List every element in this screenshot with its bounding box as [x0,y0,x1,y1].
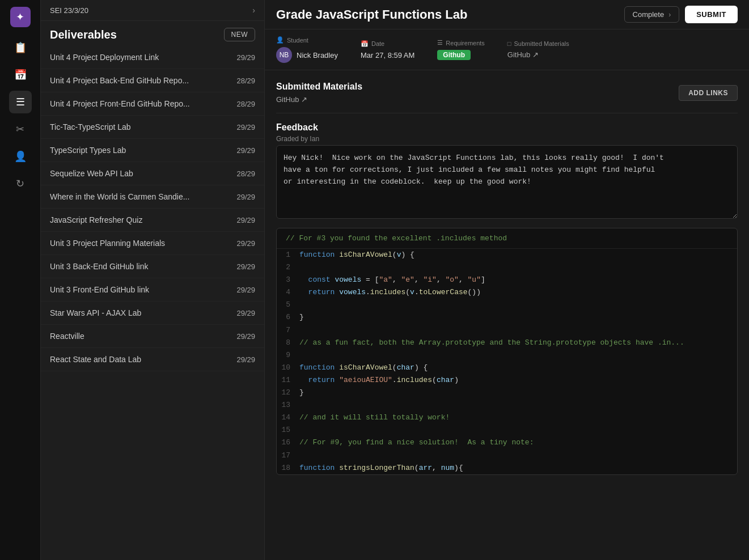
app-logo[interactable]: ✦ [10,7,31,27]
code-line: 13 [277,399,737,411]
complete-button[interactable]: Complete › [624,6,680,23]
code-line: 9 [277,349,737,362]
chevron-right-icon: › [668,11,671,19]
list-item[interactable]: Unit 3 Project Planning Materials 29/29 [41,232,264,255]
graded-by: Graded by Ian [276,135,738,143]
deliverable-name: JavaScript Refresher Quiz [50,215,236,224]
calendar-nav-icon[interactable]: 📅 [9,63,32,86]
code-line: 3 const vowels = ["a", "e", "i", "o", "u… [277,274,737,286]
code-line: 7 [277,324,737,337]
calendar-icon: 📅 [361,40,369,48]
code-line: 17 [277,449,737,462]
student-name: Nick Bradley [297,51,338,60]
deliverable-score: 29/29 [236,286,255,294]
submitted-github-link[interactable]: GitHub ↗ [276,95,362,104]
submitted-materials-col: □ Submitted Materials GitHub ↗ [507,40,569,59]
topbar: Grade JavaScript Functions Lab Complete … [265,0,749,29]
clipboard-nav-icon[interactable]: 📋 [9,36,32,59]
list-item[interactable]: Unit 4 Project Front-End GitHub Repo... … [41,92,264,116]
list-icon: ☰ [437,39,443,46]
date-label: 📅 Date [361,40,414,48]
deliverable-score: 29/29 [236,216,255,224]
chevron-right-icon: › [252,6,255,15]
list-item[interactable]: Unit 4 Project Deployment Link 29/29 [41,46,264,69]
list-item[interactable]: JavaScript Refresher Quiz 29/29 [41,209,264,232]
date-col: 📅 Date Mar 27, 8:59 AM [361,40,414,60]
student-info-row: 👤 Student NB Nick Bradley 📅 Date Mar 27,… [265,29,749,70]
course-label: SEI 23/3/20 [50,6,88,15]
tools-nav-icon[interactable]: ✂ [9,118,32,141]
list-item[interactable]: Unit 4 Project Back-End GitHub Repo... 2… [41,69,264,92]
deliverable-name: Unit 3 Project Planning Materials [50,239,236,248]
box-icon: □ [507,40,511,47]
deliverable-name: Star Wars API - AJAX Lab [50,308,236,317]
list-item[interactable]: Tic-Tac-TypeScript Lab 29/29 [41,116,264,139]
deliverable-name: Unit 3 Back-End GitHub link [50,262,236,271]
list-item[interactable]: Star Wars API - AJAX Lab 29/29 [41,302,264,325]
list-item[interactable]: TypeScript Types Lab 29/29 [41,139,264,162]
code-line: 6 } [277,311,737,324]
code-line: 12 } [277,387,737,399]
deliverable-score: 29/29 [236,239,255,248]
deliverable-name: TypeScript Types Lab [50,146,236,155]
code-line: 8 // as a fun fact, both the Array.proto… [277,337,737,349]
complete-label: Complete [633,10,665,19]
add-links-button[interactable]: ADD LINKS [679,85,738,101]
student-label: 👤 Student [276,36,338,44]
divider [276,113,738,113]
requirements-col: ☰ Requirements Github [437,39,484,60]
deliverable-name: Unit 4 Project Deployment Link [50,53,236,62]
refresh-nav-icon[interactable]: ↻ [9,172,32,195]
code-line: 15 [277,424,737,436]
deliverables-sidebar: SEI 23/3/20 › Deliverables NEW Unit 4 Pr… [41,0,265,560]
code-block: // For #3 you found the excellent .inclu… [276,228,738,475]
submit-button[interactable]: SUBMIT [685,6,738,23]
sidebar-title-row: Deliverables NEW [41,21,264,46]
list-item[interactable]: Unit 3 Front-End GitHub link 29/29 [41,278,264,302]
code-line: 5 [277,299,737,311]
deliverable-name: Unit 4 Project Back-End GitHub Repo... [50,76,236,85]
sidebar-header: SEI 23/3/20 › [41,0,264,21]
code-line: 18 function stringsLongerThan(arr, num){ [277,462,737,474]
deliverable-name: Sequelize Web API Lab [50,169,236,178]
list-item[interactable]: React State and Data Lab 29/29 [41,348,264,371]
feedback-title: Feedback [276,122,738,133]
deliverable-score: 29/29 [236,309,255,317]
submitted-materials-label: □ Submitted Materials [507,40,569,47]
code-line: 4 return vowels.includes(v.toLowerCase()… [277,286,737,299]
new-deliverable-button[interactable]: NEW [224,28,256,41]
deliverable-name: Unit 4 Project Front-End GitHub Repo... [50,99,236,108]
deliverable-score: 29/29 [236,193,255,201]
code-line: 1 function isCharAVowel(v) { [277,249,737,261]
list-item[interactable]: Unit 3 Back-End GitHub link 29/29 [41,255,264,278]
list-nav-icon[interactable]: ☰ [9,91,32,113]
deliverable-score: 29/29 [236,123,255,131]
date-value: Mar 27, 8:59 AM [361,51,414,60]
github-link[interactable]: GitHub ↗ [507,50,539,59]
requirements-label: ☰ Requirements [437,39,484,46]
list-item[interactable]: Reactville 29/29 [41,325,264,348]
deliverable-score: 29/29 [236,355,255,364]
person-icon: 👤 [276,36,284,44]
page-title: Grade JavaScript Functions Lab [276,7,467,22]
list-item[interactable]: Sequelize Web API Lab 28/29 [41,162,264,185]
person-nav-icon[interactable]: 👤 [9,145,32,168]
requirements-value: Github [437,50,484,60]
deliverable-score: 29/29 [236,53,255,62]
deliverable-score: 28/29 [236,100,255,108]
student-col: 👤 Student NB Nick Bradley [276,36,338,63]
code-comment: // For #3 you found the excellent .inclu… [277,228,737,249]
submitted-materials-left: Submitted Materials GitHub ↗ [276,82,362,104]
topbar-actions: Complete › SUBMIT [624,6,738,23]
sidebar-title: Deliverables [50,28,117,41]
list-item[interactable]: Where in the World is Carmen Sandie... 2… [41,185,264,209]
deliverable-name: Unit 3 Front-End GitHub link [50,285,236,294]
main-panel: Grade JavaScript Functions Lab Complete … [265,0,749,560]
deliverable-score: 29/29 [236,332,255,341]
icon-bar: ✦ 📋 📅 ☰ ✂ 👤 ↻ [0,0,41,560]
submitted-materials-section: Submitted Materials GitHub ↗ ADD LINKS [276,82,738,104]
code-line: 16 // For #9, you find a nice solution! … [277,436,737,449]
deliverable-name: Reactville [50,332,236,341]
feedback-textarea[interactable] [276,145,738,219]
deliverables-list: Unit 4 Project Deployment Link 29/29 Uni… [41,46,264,560]
